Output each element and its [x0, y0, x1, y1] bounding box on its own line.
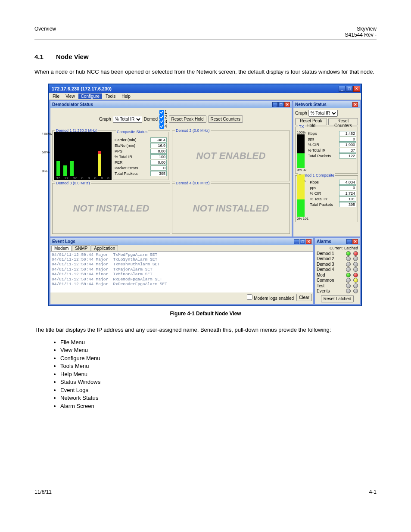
led-current	[346, 278, 351, 283]
header-right-1: SkyView	[357, 26, 377, 32]
tab-snmp[interactable]: SNMP	[72, 245, 90, 251]
ylabel-0: 0%	[42, 169, 47, 173]
menu-item: Alarm Screen	[60, 403, 377, 409]
led-current	[346, 256, 351, 261]
menu-item: Status Windows	[60, 379, 377, 385]
alarms-title: Alarms	[317, 239, 331, 244]
composite-status-title: Composite Status	[116, 130, 148, 134]
footer-rule	[34, 487, 377, 487]
evlog-maximize-icon[interactable]: □	[300, 239, 305, 244]
minimize-icon[interactable]: _	[339, 86, 346, 92]
menu-file[interactable]: File	[50, 93, 62, 99]
menu-item: File Menu	[60, 339, 377, 345]
panel-maximize-icon[interactable]: □	[278, 102, 284, 107]
demod2-title: Demod 2 (0.0 MHz)	[175, 128, 211, 133]
reset-counters-button[interactable]: Reset Counters	[208, 115, 243, 123]
net-reset-counters-button[interactable]: Reset Counters	[328, 118, 358, 125]
menu-tools[interactable]: Tools	[103, 93, 118, 99]
evlog-minimize-icon[interactable]: _	[294, 239, 299, 244]
demod3-not-installed: NOT INSTALLED	[54, 184, 168, 233]
demod-check-3[interactable]	[159, 119, 164, 124]
demod4-quad: Demod 4 (0.0 MHz) NOT INSTALLED	[172, 183, 290, 234]
demod1-quad: Demod 1 (1,250.0 MHz) 100% 50% 0% 372737…	[52, 131, 170, 181]
window-title: 172.17.6.230 (172.17.6.230)	[52, 86, 112, 91]
footer-left: 11/8/11	[34, 489, 52, 495]
event-logs-title: Event Logs	[52, 239, 75, 244]
menu-configure[interactable]: Configure	[78, 93, 102, 99]
tab-modem[interactable]: Modem	[51, 245, 72, 251]
menu-list: File MenuView MenuConfigure MenuTools Me…	[60, 339, 377, 409]
tab-application[interactable]: Application	[91, 245, 118, 251]
demod4-title: Demod 4 (0.0 MHz)	[175, 181, 211, 185]
graph-select[interactable]: % Total IR	[113, 116, 142, 123]
header-left: Overview	[34, 26, 56, 38]
led-current	[346, 251, 351, 256]
tx-group: TX 100% 0% 37	[295, 127, 358, 174]
menu-item: View Menu	[60, 347, 377, 353]
panel-close-icon[interactable]: ✕	[284, 102, 290, 107]
demodulator-status-panel: Demodulator Status _ □ ✕ Graph % Total I…	[50, 101, 292, 237]
alarms-minimize-icon[interactable]: _	[346, 239, 352, 244]
led-latched	[353, 278, 358, 283]
menu-item: Network Status	[60, 395, 377, 401]
menu-bar: FileViewConfigureToolsHelp	[49, 93, 361, 100]
maximize-icon[interactable]: □	[346, 86, 353, 92]
demod3-quad: Demod 3 (0.0 MHz) NOT INSTALLED	[52, 183, 170, 234]
demod1-composite-group: Demod 1 Composite 100% 0% 101	[295, 175, 358, 222]
app-window: 172.17.6.230 (172.17.6.230) _ □ ✕ FileVi…	[48, 84, 362, 307]
net-panel-title: Network Status	[295, 102, 327, 107]
demod2-not-enabled: NOT ENABLED	[174, 132, 288, 180]
title-bar[interactable]: 172.17.6.230 (172.17.6.230) _ □ ✕	[49, 84, 361, 93]
header-right-2: S41544 Rev -	[345, 32, 377, 38]
net-graph-label: Graph	[295, 111, 307, 115]
evlog-close-icon[interactable]: ✕	[306, 239, 311, 244]
clear-button[interactable]: Clear	[296, 294, 312, 301]
demod-checks-label: Demod	[144, 117, 158, 121]
tx-title: TX	[298, 124, 305, 129]
header-rule	[34, 40, 377, 40]
led-latched	[353, 251, 358, 256]
tx-bar-bot: 0% 37	[297, 168, 307, 172]
led-current	[346, 283, 351, 288]
demod-panel-title: Demodulator Status	[52, 102, 93, 107]
graph-label: Graph	[99, 117, 111, 121]
led-latched	[353, 283, 358, 288]
panel-minimize-icon[interactable]: _	[272, 102, 278, 107]
led-current	[346, 262, 351, 267]
demod-check-4[interactable]	[159, 124, 164, 129]
log-body[interactable]: 04/01/11-12:50:44 Major TxModFpgaAlarm S…	[50, 252, 313, 292]
composite-status-box: Composite Status Carrier (min)-38.4Eb/No…	[113, 132, 168, 180]
figure-caption: Figure 4-1 Default Node View	[48, 311, 363, 317]
demod3-title: Demod 3 (0.0 MHz)	[55, 181, 91, 185]
d1c-bar-bot: 0% 101	[297, 217, 308, 221]
led-current	[346, 289, 351, 293]
current-header: Current	[330, 246, 342, 250]
led-current	[346, 267, 351, 272]
tx-bar	[297, 134, 305, 168]
led-latched	[353, 262, 358, 267]
close-icon[interactable]: ✕	[353, 86, 360, 92]
menu-view[interactable]: View	[63, 93, 78, 99]
led-latched	[353, 256, 358, 261]
menu-help[interactable]: Help	[119, 93, 133, 99]
led-latched	[353, 289, 358, 293]
menu-item: Tools Menu	[60, 363, 377, 369]
demod-check-1[interactable]	[159, 110, 164, 115]
alarms-close-icon[interactable]: ✕	[352, 239, 358, 244]
intro-text: When a node or hub NCC has been opened o…	[34, 68, 377, 76]
menu-item: Event Logs	[60, 387, 377, 393]
reset-peak-hold-button[interactable]: Reset Peak Hold	[169, 115, 206, 123]
led-current	[346, 273, 351, 277]
net-graph-select[interactable]: % Total IR	[308, 110, 338, 117]
network-status-panel: Network Status ✕ Graph % Total IR Reset …	[293, 101, 360, 237]
led-latched	[353, 267, 358, 272]
ylabel-50: 50%	[42, 150, 50, 154]
net-close-icon[interactable]: ✕	[352, 102, 358, 107]
modem-logs-checkbox[interactable]: Modem logs enabled	[247, 294, 294, 301]
demod-check-2[interactable]	[159, 115, 164, 119]
after-figure-text: The title bar displays the IP address an…	[34, 326, 377, 334]
reset-latched-button[interactable]: Reset Latched	[321, 295, 354, 302]
menu-item: Help Menu	[60, 371, 377, 377]
menu-item: Configure Menu	[60, 355, 377, 361]
tx-bar-top: 100%	[297, 131, 307, 134]
